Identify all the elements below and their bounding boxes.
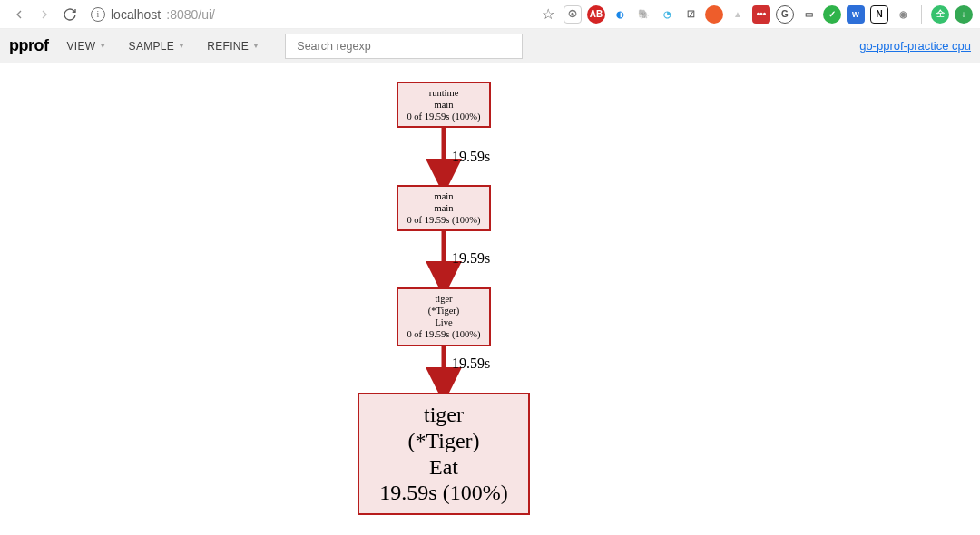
edge-label: 19.59s (452, 355, 490, 372)
extension-icon[interactable]: ▲ (729, 5, 747, 24)
grammarly-icon[interactable]: G (776, 5, 794, 24)
notion-icon[interactable]: N (870, 5, 888, 24)
adblock-icon[interactable]: AB (587, 5, 605, 24)
node-tiger-live[interactable]: tiger (*Tiger) Live 0 of 19.59s (100%) (397, 287, 491, 346)
node-runtime-main[interactable]: runtime main 0 of 19.59s (100%) (397, 82, 491, 128)
node-line: 19.59s (100%) (372, 480, 515, 506)
pprof-logo: pprof (9, 36, 48, 55)
refine-menu[interactable]: REFINE▼ (198, 36, 269, 56)
node-tiger-eat[interactable]: tiger (*Tiger) Eat 19.59s (100%) (358, 393, 530, 515)
node-line: 0 of 19.59s (100%) (404, 328, 484, 340)
extension-icon[interactable] (705, 5, 723, 24)
chevron-down-icon: ▼ (99, 42, 106, 50)
url-path: :8080/ui/ (166, 7, 215, 22)
extension-icon[interactable]: ⦿ (564, 5, 582, 24)
node-main-main[interactable]: main main 0 of 19.59s (100%) (397, 185, 491, 231)
profile-link[interactable]: go-pprof-practice cpu (859, 39, 971, 53)
node-line: (*Tiger) (372, 428, 515, 454)
node-line: main (404, 190, 484, 202)
search-box[interactable] (285, 34, 523, 59)
evernote-icon[interactable]: 🐘 (634, 5, 652, 24)
site-info-icon[interactable]: i (91, 7, 105, 22)
forward-button[interactable] (33, 3, 56, 26)
chevron-down-icon: ▼ (252, 42, 260, 50)
node-line: main (404, 202, 484, 214)
extension-icon[interactable]: w (847, 5, 865, 24)
camera-icon[interactable]: ◉ (894, 5, 912, 24)
browser-chrome: i localhost:8080/ui/ ☆ ⦿ AB ◐ 🐘 ◔ ☑ ▲ ••… (0, 0, 980, 29)
extension-icon[interactable]: ▭ (799, 5, 818, 24)
node-line: 0 of 19.59s (100%) (404, 111, 484, 122)
edge-label: 19.59s (452, 250, 490, 267)
node-line: main (404, 99, 484, 111)
pprof-toolbar: pprof VIEW▼ SAMPLE▼ REFINE▼ go-pprof-pra… (0, 29, 980, 63)
node-line: Live (404, 316, 484, 328)
extension-icon[interactable]: ☑ (681, 5, 700, 24)
edge-label: 19.59s (452, 149, 490, 165)
url-host: localhost (111, 7, 161, 22)
node-line: tiger (404, 293, 484, 305)
back-button[interactable] (7, 3, 31, 26)
extension-icons: ⦿ AB ◐ 🐘 ◔ ☑ ▲ ••• G ▭ ✓ w N ◉ 全 ↓ (564, 5, 973, 24)
node-line: Eat (372, 454, 515, 481)
node-line: tiger (372, 402, 515, 428)
extension-icon[interactable]: ◐ (611, 5, 629, 24)
node-line: 0 of 19.59s (100%) (404, 214, 484, 226)
node-line: runtime (404, 87, 484, 99)
chevron-down-icon: ▼ (178, 42, 185, 50)
node-line: (*Tiger) (404, 305, 484, 316)
search-input[interactable] (297, 40, 511, 53)
address-bar[interactable]: i localhost:8080/ui/ (91, 7, 215, 22)
bookmark-star-icon[interactable]: ☆ (542, 5, 554, 23)
sample-menu[interactable]: SAMPLE▼ (120, 36, 195, 56)
extension-icon[interactable]: ✓ (823, 5, 841, 24)
reload-button[interactable] (58, 3, 82, 26)
view-menu[interactable]: VIEW▼ (57, 36, 115, 56)
extension-icon[interactable]: 全 (931, 5, 949, 24)
toolbar-divider (921, 5, 922, 24)
call-graph[interactable]: runtime main 0 of 19.59s (100%) 19.59s m… (0, 63, 980, 535)
extension-icon[interactable]: ••• (752, 5, 770, 24)
extension-icon[interactable]: ◔ (658, 5, 676, 24)
extension-icon[interactable]: ↓ (955, 5, 973, 24)
